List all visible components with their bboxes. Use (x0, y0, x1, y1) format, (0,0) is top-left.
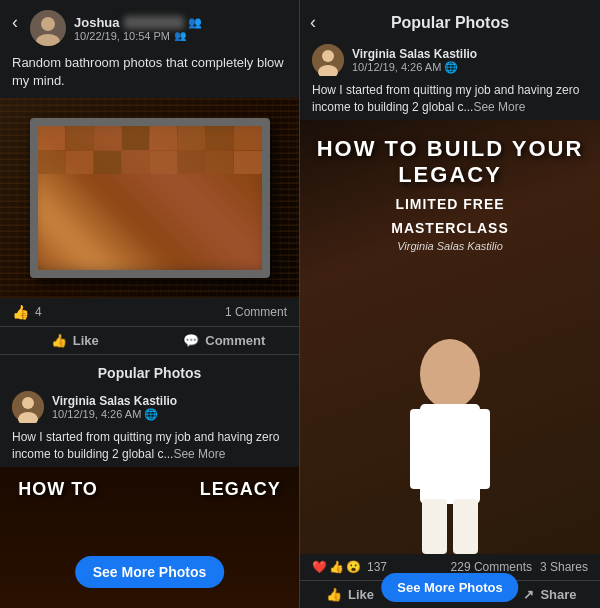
svg-rect-12 (470, 409, 490, 489)
comment-count: 1 Comment (225, 305, 287, 319)
see-more-photos-button-left[interactable]: See More Photos (75, 556, 225, 588)
right-post-meta: Virginia Salas Kastilio 10/12/19, 4:26 A… (352, 47, 477, 74)
small-avatar (12, 391, 44, 423)
legacy-subtitle2: MASTERCLASS (312, 220, 588, 236)
right-popular-title: Popular Photos (300, 0, 600, 40)
bottom-image-preview: HOW TO LEGACY See More Photos (0, 467, 299, 608)
heart-emoji: ❤️ (312, 560, 327, 574)
legacy-author-name: Virginia Salas Kastilio (312, 240, 588, 252)
like-emoji: 👍 (12, 304, 29, 320)
comment-button[interactable]: 💬 Comment (150, 327, 300, 354)
see-more-photos-button-right[interactable]: See More Photos (381, 573, 518, 602)
legacy-title: HOW TO BUILD YOUR LEGACY (312, 136, 588, 189)
post-meta: Joshua 👥 10/22/19, 10:54 PM 👥 (74, 15, 202, 42)
like2-emoji: 👍 (329, 560, 344, 574)
post-author: Joshua 👥 (74, 15, 202, 30)
right-action-area: 👍 Like 💬 Comment ↗ Share See More Photos (300, 580, 600, 608)
right-author: Virginia Salas Kastilio (352, 47, 477, 61)
post-text: Random bathroom photos that completely b… (0, 50, 299, 98)
reaction-count: 4 (35, 305, 42, 319)
post-image-bg (0, 98, 299, 298)
svg-rect-14 (453, 499, 478, 554)
small-privacy-icon: 🌐 (144, 408, 158, 421)
right-post-time: 10/12/19, 4:26 AM 🌐 (352, 61, 477, 74)
right-shares-count: 3 Shares (540, 560, 588, 574)
legacy-subtitle: LIMITED FREE (312, 196, 588, 212)
small-post-text: How I started from quitting my job and h… (0, 427, 299, 467)
left-panel: ‹ Joshua 👥 10/22/19, 10:54 PM 👥 Random b… (0, 0, 300, 608)
small-post-header: Virginia Salas Kastilio 10/12/19, 4:26 A… (0, 387, 299, 427)
author-name-blur (124, 16, 184, 29)
small-author: Virginia Salas Kastilio (52, 394, 177, 408)
right-like-icon: 👍 (326, 587, 342, 602)
right-panel: ‹ Popular Photos Virginia Salas Kastilio… (300, 0, 600, 608)
post-time: 10/22/19, 10:54 PM 👥 (74, 30, 202, 42)
svg-point-9 (420, 339, 480, 409)
svg-rect-13 (422, 499, 447, 554)
svg-rect-11 (410, 409, 430, 489)
small-time: 10/12/19, 4:26 AM 🌐 (52, 408, 177, 421)
right-post-text: How I started from quitting my job and h… (300, 80, 600, 120)
action-bar: 👍 Like 💬 Comment (0, 326, 299, 355)
comment-icon: 💬 (183, 333, 199, 348)
wow-emoji: 😮 (346, 560, 361, 574)
svg-point-1 (41, 17, 55, 31)
reactions-bar: 👍 4 1 Comment (0, 298, 299, 326)
avatar (30, 10, 66, 46)
svg-point-4 (22, 397, 34, 409)
post-header: Joshua 👥 10/22/19, 10:54 PM 👥 (0, 0, 299, 50)
bottom-image-text: HOW TO LEGACY (6, 467, 293, 512)
right-post-header: Virginia Salas Kastilio 10/12/19, 4:26 A… (300, 40, 600, 80)
friends-icon: 👥 (188, 16, 202, 29)
reaction-icons: 👍 4 (12, 304, 42, 320)
right-reaction-icons: ❤️ 👍 😮 137 (312, 560, 387, 574)
popular-photos-title: Popular Photos (0, 355, 299, 387)
like-icon: 👍 (51, 333, 67, 348)
right-nav-arrow[interactable]: ‹ (310, 12, 316, 33)
privacy-icon: 👥 (174, 30, 186, 41)
like-button[interactable]: 👍 Like (0, 327, 150, 354)
svg-point-7 (322, 50, 334, 62)
small-post-meta: Virginia Salas Kastilio 10/12/19, 4:26 A… (52, 394, 177, 421)
pixelate-blocks (38, 126, 262, 270)
right-comment-count: 229 Comments (451, 560, 532, 574)
right-big-image: HOW TO BUILD YOUR LEGACY LIMITED FREE MA… (300, 120, 600, 554)
right-reaction-count: 137 (367, 560, 387, 574)
post-image (0, 98, 299, 298)
right-avatar (312, 44, 344, 76)
right-privacy-icon: 🌐 (444, 61, 458, 74)
framed-photo (30, 118, 270, 278)
right-share-icon: ↗ (523, 587, 534, 602)
legacy-text-overlay: HOW TO BUILD YOUR LEGACY LIMITED FREE MA… (300, 120, 600, 253)
left-nav-arrow[interactable]: ‹ (12, 12, 18, 33)
right-see-more[interactable]: See More (473, 100, 525, 114)
see-more-link[interactable]: See More (173, 447, 225, 461)
person-silhouette (370, 334, 530, 554)
